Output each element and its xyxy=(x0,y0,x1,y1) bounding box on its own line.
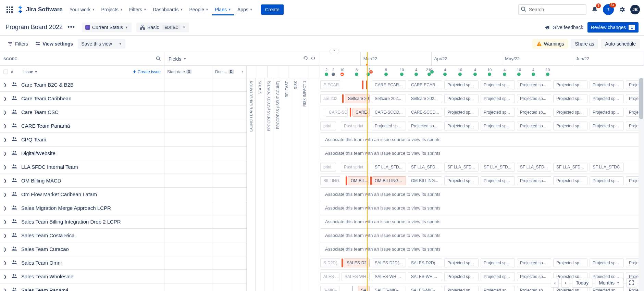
sprint-box[interactable]: print xyxy=(320,163,336,172)
projected-sprint-box[interactable]: Projected sp... xyxy=(517,258,551,267)
projected-sprint-box[interactable]: Projected sp... xyxy=(481,80,515,89)
sprint-box[interactable]: SF LLA_SFD... xyxy=(444,163,479,172)
projected-sprint-box[interactable]: Projected sp... xyxy=(517,286,551,291)
team-row[interactable]: ❯Sales Team Omni xyxy=(0,256,164,270)
projected-sprint-box[interactable]: Projected sp... xyxy=(590,80,624,89)
projected-sprint-box[interactable]: Projected sp... xyxy=(553,258,587,267)
timeline-body[interactable]: E-ECAR...CARE-ECAR...CARE-ECAR...Project… xyxy=(320,78,644,291)
projected-sprint-box[interactable]: Projected sp... xyxy=(517,94,551,103)
app-switcher-icon[interactable] xyxy=(4,4,15,15)
search-input[interactable] xyxy=(518,4,586,15)
release-marker[interactable]: 4 xyxy=(414,68,418,76)
sprint-box[interactable]: SALES-MIG-... xyxy=(372,286,406,291)
expand-icon[interactable]: ❯ xyxy=(3,178,8,183)
share-as-button[interactable]: Share as xyxy=(571,39,598,49)
sprint-box[interactable]: SALES-D2D(... xyxy=(372,258,406,267)
release-marker[interactable]: 9 xyxy=(384,68,388,76)
expand-icon[interactable]: ❯ xyxy=(3,261,8,265)
expand-icon[interactable]: ❯ xyxy=(3,137,8,142)
projected-sprint-box[interactable]: Projected sp... xyxy=(481,94,515,103)
nav-item-people[interactable]: People▼ xyxy=(186,5,211,14)
plan-more-icon[interactable]: ••• xyxy=(65,22,77,32)
expand-icon[interactable]: ❯ xyxy=(3,247,8,252)
sprint-box[interactable]: SF LLA_SFD... xyxy=(517,163,551,172)
collapse-columns-icon[interactable] xyxy=(310,55,316,62)
team-row[interactable]: ❯OM Billing MACD xyxy=(0,174,164,188)
release-marker[interactable]: 4 xyxy=(473,68,477,76)
expand-icon[interactable]: ❯ xyxy=(3,110,8,115)
sprint-box[interactable]: CARE-ECAR... xyxy=(372,80,406,89)
issue-sort-header[interactable]: Issue ▼ xyxy=(23,69,38,74)
sprint-box[interactable]: Selfcare 20... xyxy=(345,94,370,103)
timeline-prev-button[interactable]: ‹ xyxy=(551,278,559,288)
projected-sprint-box[interactable]: Projected sp... xyxy=(553,176,587,185)
expand-icon[interactable]: ❯ xyxy=(3,233,8,238)
expand-icon[interactable]: ❯ xyxy=(3,151,8,156)
expand-icon[interactable]: ❯ xyxy=(3,219,8,224)
team-row[interactable]: ❯Sales Team Billing Integration Drop 2 L… xyxy=(0,215,164,229)
sprint-box[interactable]: CARE-SCCD... xyxy=(372,108,406,117)
team-row[interactable]: ❯Sales Team Costa Rica xyxy=(0,229,164,242)
collapse-header-handle[interactable]: ⌃ xyxy=(330,49,339,54)
projected-sprint-box[interactable]: Projected sp... xyxy=(444,176,479,185)
projected-sprint-box[interactable]: Projected sp... xyxy=(481,258,515,267)
projected-sprint-box[interactable]: Projected sp... xyxy=(481,176,515,185)
team-row[interactable]: ❯CARE Team Panamá xyxy=(0,119,164,133)
release-marker[interactable]: 10 xyxy=(340,68,344,76)
nav-item-plans[interactable]: Plans▼ xyxy=(212,5,234,14)
sprint-box[interactable]: SALES-MIG-... xyxy=(408,286,442,291)
projected-sprint-box[interactable]: Projected sp... xyxy=(590,94,624,103)
help-icon[interactable]: ? 3+ xyxy=(603,4,614,15)
projected-sprint-box[interactable]: Projected sp... xyxy=(481,272,515,281)
sprint-box[interactable]: SALES-D2D(... xyxy=(408,258,442,267)
save-view-dropdown[interactable]: ▼ xyxy=(115,39,125,49)
sprint-box[interactable]: S-D2D(... xyxy=(320,258,340,267)
sprint-box[interactable]: SF LLA_SFDC xyxy=(590,163,624,172)
fields-header[interactable]: Fields ▼ xyxy=(164,52,320,66)
sprint-box[interactable]: OM-BILLING... xyxy=(372,176,406,185)
sprint-box[interactable]: ALES-... xyxy=(320,272,339,281)
projected-sprint-box[interactable]: Projected sp... xyxy=(553,94,587,103)
give-feedback-button[interactable]: Give feedback xyxy=(544,24,583,30)
team-row[interactable]: ❯Care Team B2C & B2B xyxy=(0,78,164,92)
team-row[interactable]: ❯Sales Team Wholesale xyxy=(0,270,164,283)
release-marker[interactable]: 10 xyxy=(458,68,462,76)
nav-item-dashboards[interactable]: Dashboards▼ xyxy=(150,5,186,14)
release-marker[interactable]: 4 xyxy=(532,68,535,76)
projected-sprint-box[interactable]: Projected sp... xyxy=(444,122,479,130)
create-issue-button[interactable]: + Create issue xyxy=(133,69,161,75)
projected-sprint-box[interactable]: Projected sp... xyxy=(517,122,551,130)
projected-sprint-box[interactable]: Projected sp... xyxy=(590,122,624,130)
team-row[interactable]: ❯Sales Team Curacao xyxy=(0,242,164,256)
release-marker[interactable]: 10 xyxy=(487,68,492,76)
start-date-header[interactable]: Start date D xyxy=(164,66,212,78)
projected-sprint-box[interactable]: Projected sp... xyxy=(408,122,442,130)
sprint-box[interactable]: SF LLA_SFD... xyxy=(553,163,587,172)
projected-sprint-box[interactable]: Projected sp... xyxy=(517,108,551,117)
save-view-button[interactable]: Save this view xyxy=(78,39,115,49)
expand-icon[interactable]: ❯ xyxy=(3,124,8,128)
projected-sprint-box[interactable]: Projected sp... xyxy=(590,176,624,185)
expand-icon[interactable]: ❯ xyxy=(3,165,8,169)
settings-icon[interactable] xyxy=(617,4,628,15)
timeline-next-button[interactable]: › xyxy=(561,278,569,288)
jira-logo[interactable]: Jira Software xyxy=(16,5,63,14)
projected-sprint-box[interactable]: Projected sp... xyxy=(444,108,479,117)
sprint-box[interactable]: SF LLA_SFD... xyxy=(372,163,406,172)
projected-sprint-box[interactable]: Projected sp... xyxy=(590,108,624,117)
projected-sprint-box[interactable]: Projected sp... xyxy=(481,122,515,130)
projected-sprint-box[interactable]: Projected sp... xyxy=(517,176,551,185)
release-marker[interactable]: 4 xyxy=(503,68,506,76)
sprint-box[interactable]: S-MIG-... xyxy=(320,286,339,291)
sprint-box[interactable]: Past sprint xyxy=(341,122,369,130)
due-date-header[interactable]: Due ... D ↑ xyxy=(212,66,247,78)
sprint-box[interactable]: SF LLA_SFD... xyxy=(481,163,515,172)
warnings-button[interactable]: Warnings xyxy=(532,39,568,49)
notifications-icon[interactable]: 3 xyxy=(589,4,600,15)
user-avatar[interactable]: JB xyxy=(630,5,640,14)
sprint-box[interactable]: CARE-ECAR... xyxy=(408,80,442,89)
projected-sprint-box[interactable]: Projected sp... xyxy=(517,272,551,281)
sprint-box[interactable]: SALES-WH ... xyxy=(372,272,406,281)
projected-sprint-box[interactable]: Projected sp... xyxy=(553,80,587,89)
expand-icon[interactable]: ❯ xyxy=(3,288,8,291)
